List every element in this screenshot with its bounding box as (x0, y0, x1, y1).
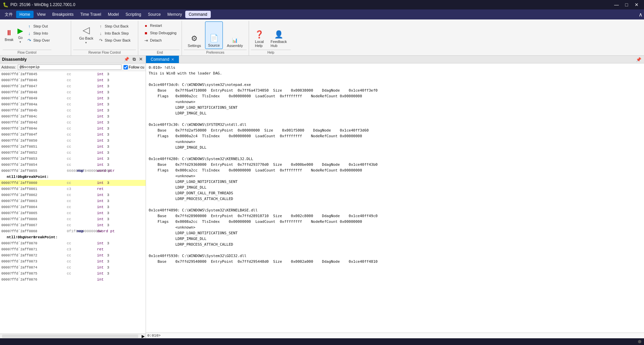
disasm-bytes: cc (67, 132, 77, 138)
menu-command[interactable]: Command (185, 11, 210, 18)
disasm-address: 00007ffd`2aff0852 (1, 150, 67, 156)
stop-icon: ■ (143, 30, 149, 36)
disasm-row[interactable]: 00007ffd`2aff0861c3ret (0, 186, 146, 192)
command-tab[interactable]: Command ✕ (146, 56, 179, 63)
source-button[interactable]: 📄 Source (205, 21, 223, 49)
disasm-row[interactable]: 00007ffd`2aff084cccint3 (0, 113, 146, 119)
menu-home[interactable]: Home (16, 11, 34, 18)
disasm-row[interactable]: 00007ffd`2aff0870ccint3 (0, 240, 146, 246)
disasm-type: int (97, 144, 107, 150)
disasm-row[interactable]: 00007ffd`2aff0850ccint3 (0, 138, 146, 144)
stop-debugging-button[interactable]: ■ Stop Debugging (142, 30, 178, 36)
go-button[interactable]: ▶ Go ▾ (15, 21, 25, 49)
disasm-row[interactable]: 00007ffd`2aff0853ccint3 (0, 156, 146, 162)
disasm-num: 3 (107, 89, 124, 95)
disasm-row[interactable]: 00007ffd`2aff0865ccint3 (0, 210, 146, 216)
feedback-hub-button[interactable]: 👤 FeedbackHub (268, 21, 289, 49)
menu-memory[interactable]: Memory (164, 11, 185, 18)
disasm-row[interactable]: 00007ffd`2aff0873ccint3 (0, 258, 146, 264)
disasm-type: int (97, 150, 107, 156)
menu-time-travel[interactable]: Time Travel (77, 11, 104, 18)
disasm-type: int (97, 77, 107, 83)
menu-scripting[interactable]: Scripting (122, 11, 145, 18)
disasm-row[interactable]: 00007ffd`2aff085566660f1f840000000000nop… (0, 168, 146, 174)
disasm-row[interactable]: 00007ffd`2aff0872ccint3 (0, 252, 146, 258)
disasm-row[interactable]: 00007ffd`2aff0852ccint3 (0, 150, 146, 156)
minimize-button[interactable]: — (612, 1, 621, 8)
command-input[interactable] (162, 334, 643, 338)
disasm-address: 00007ffd`2aff0871 (1, 246, 67, 252)
disasm-row[interactable]: 00007ffd`2aff0854ccint3 (0, 162, 146, 168)
disasm-row[interactable]: 00007ffd`2aff0846ccint3 (0, 77, 146, 83)
command-tab-close-button[interactable]: ✕ (171, 57, 174, 62)
panel-close-button[interactable]: ✕ (138, 57, 144, 62)
disasm-row[interactable]: 00007ffd`2aff0849ccint3 (0, 95, 146, 101)
break-button[interactable]: ⏸ Break (3, 21, 15, 49)
disasm-row[interactable]: 00007ffd`2aff084dccint3 (0, 119, 146, 126)
command-output[interactable]: 0:010> !dlls This is Win8 with the loade… (146, 63, 644, 333)
disasm-address: 00007ffd`2aff0845 (1, 71, 67, 77)
disasm-address: 00007ffd`2aff084c (1, 113, 67, 119)
panel-float-button[interactable]: ⧉ (132, 57, 137, 62)
disasm-row[interactable]: 00007ffd`2aff0847ccint3 (0, 83, 146, 89)
disasm-row[interactable]: 00007ffd`2aff0848ccint3 (0, 89, 146, 95)
disassembly-content[interactable]: 00007ffd`2aff0845ccint300007ffd`2aff0846… (0, 71, 146, 334)
disasm-row[interactable]: 00007ffd`2aff0864ccint3 (0, 204, 146, 210)
local-help-button[interactable]: ❓ LocalHelp (252, 21, 266, 49)
menu-breakpoints[interactable]: Breakpoints (49, 11, 77, 18)
command-panel-pin-button[interactable]: 📌 (633, 56, 644, 63)
disasm-row[interactable]: 00007ffd`2aff084fccint3 (0, 132, 146, 138)
disasm-row[interactable]: 00007ffd`2aff0860ccint3 (0, 180, 146, 186)
disasm-address: 00007ffd`2aff084b (1, 107, 67, 113)
scroll-right-button[interactable]: ▶ (140, 334, 146, 339)
disasm-row[interactable]: 00007ffd`2aff08680f1f840000000000nopdwor… (0, 228, 146, 234)
disasm-row[interactable]: 00007ffd`2aff084bccint3 (0, 107, 146, 113)
menu-file[interactable]: 文件 (1, 10, 16, 19)
step-out-back-button[interactable]: ↑ Step Out Back (97, 23, 132, 30)
disasm-bytes: cc (67, 210, 77, 216)
disasm-row[interactable]: 00007ffd`2aff0867ccint3 (0, 222, 146, 228)
stop-debugging-label: Stop Debugging (150, 31, 177, 35)
disasm-row[interactable]: 00007ffd`2aff084accint3 (0, 101, 146, 107)
follow-checkbox[interactable]: Follow cu (123, 65, 144, 69)
disasm-address: 00007ffd`2aff0860 (1, 180, 67, 186)
step-into-back-button[interactable]: ↓ Into Back Step (97, 30, 132, 37)
disasm-row[interactable]: 00007ffd`2aff0874ccint3 (0, 264, 146, 270)
disasm-address: 00007ffd`2aff0849 (1, 95, 67, 101)
disasm-label-row: ntll!DbgUserBreakPoint: (0, 234, 146, 240)
restart-button[interactable]: ● Restart (142, 22, 178, 29)
maximize-button[interactable]: □ (622, 1, 631, 8)
address-input[interactable] (18, 64, 121, 70)
disasm-row[interactable]: 00007ffd`2aff0871c3ret (0, 246, 146, 252)
disasm-row[interactable]: 00007ffd`2aff0875ccint3 (0, 270, 146, 277)
disasm-type: int (97, 258, 107, 264)
step-over-back-button[interactable]: ↷ Step Over Back (97, 37, 132, 44)
disasm-row[interactable]: 00007ffd`2aff084eccint3 (0, 126, 146, 132)
detach-icon: ⇥ (143, 38, 149, 43)
command-input-bar: 0:010> (146, 333, 644, 338)
disasm-address: 00007ffd`2aff084a (1, 101, 67, 107)
go-icon: ▶ (17, 27, 23, 35)
disasm-row[interactable]: 00007ffd`2aff0851ccint3 (0, 144, 146, 150)
disasm-row[interactable]: 00007ffd`2aff0876int (0, 277, 146, 283)
menu-source[interactable]: Source (145, 11, 164, 18)
disassembly-horizontal-scrollbar[interactable]: ▶ (0, 334, 146, 338)
disasm-num: 3 (107, 95, 124, 101)
panel-pin-button[interactable]: 📌 (123, 57, 130, 62)
disasm-row[interactable]: 00007ffd`2aff0845ccint3 (0, 71, 146, 77)
menu-model[interactable]: Model (104, 11, 122, 18)
menu-view[interactable]: View (34, 11, 49, 18)
disasm-row[interactable]: 00007ffd`2aff0863ccint3 (0, 198, 146, 204)
ribbon-collapse-button[interactable]: ∧ (639, 11, 643, 18)
disasm-row[interactable]: 00007ffd`2aff0862ccint3 (0, 192, 146, 198)
step-over-button[interactable]: ↷ Step Over (25, 37, 51, 44)
follow-checkbox-input[interactable] (123, 65, 128, 69)
assembly-button[interactable]: 📊 Assembly (224, 21, 246, 49)
step-into-button[interactable]: ↓ Step Into (25, 30, 51, 37)
settings-button[interactable]: ⚙ Settings (185, 21, 204, 49)
close-button[interactable]: ✕ (632, 1, 641, 8)
go-back-button[interactable]: ◁ Go Back ▾ (77, 21, 95, 46)
step-out-button[interactable]: ↑ Step Out (25, 23, 51, 30)
detach-button[interactable]: ⇥ Detach (142, 37, 178, 44)
disasm-row[interactable]: 00007ffd`2aff0866ccint3 (0, 216, 146, 222)
